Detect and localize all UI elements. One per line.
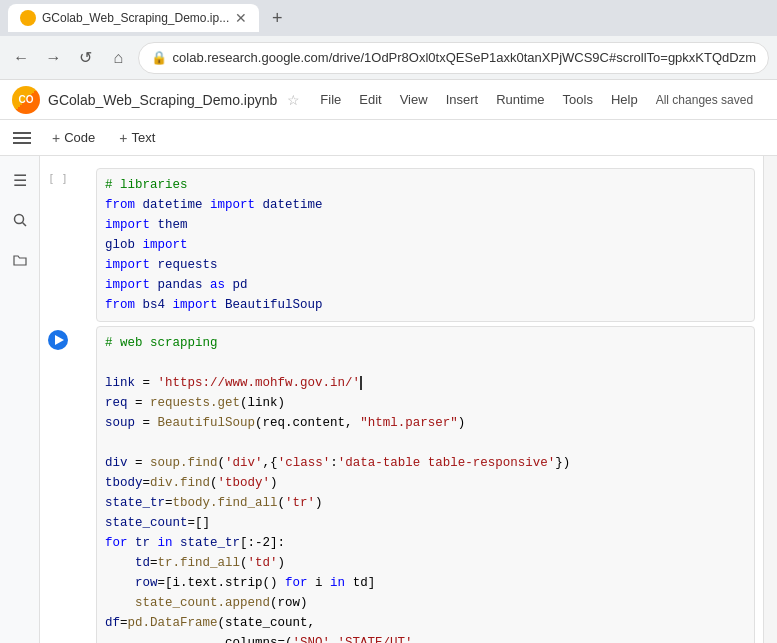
add-text-button[interactable]: + Text (111, 126, 163, 150)
menu-insert[interactable]: Insert (438, 88, 487, 111)
svg-line-1 (22, 223, 26, 227)
reload-button[interactable]: ↺ (73, 42, 99, 74)
colab-logo-text: CO (19, 94, 34, 105)
menu-view[interactable]: View (392, 88, 436, 111)
cell-code-scraping[interactable]: # web scrapping link = 'https://www.mohf… (96, 326, 755, 643)
tab-title: GColab_Web_Scraping_Demo.ip... (42, 11, 229, 25)
menu-tools[interactable]: Tools (555, 88, 601, 111)
cell-bracket-1: [ ] (48, 172, 68, 185)
cell-gutter-1: [ ] (48, 168, 96, 322)
code-btn-label: Code (64, 130, 95, 145)
colab-header: CO GColab_Web_Scraping_Demo.ipynb ☆ File… (0, 80, 777, 120)
lock-icon: 🔒 (151, 50, 167, 65)
right-scrollbar[interactable] (763, 156, 777, 643)
cell-scraping: # web scrapping link = 'https://www.mohf… (40, 326, 763, 643)
sidebar-folder-icon[interactable] (4, 244, 36, 276)
run-button[interactable] (48, 330, 68, 350)
menu-help[interactable]: Help (603, 88, 646, 111)
add-code-button[interactable]: + Code (44, 126, 103, 150)
comment-line-1: # libraries (105, 178, 188, 192)
plus-icon-2: + (119, 130, 127, 146)
new-tab-button[interactable]: + (263, 4, 291, 32)
sidebar-search-icon[interactable] (4, 204, 36, 236)
home-button[interactable]: ⌂ (105, 42, 131, 74)
colab-toolbar: + Code + Text (0, 120, 777, 156)
cell-gutter-2 (48, 326, 96, 643)
back-button[interactable]: ← (8, 42, 34, 74)
saved-status: All changes saved (656, 93, 753, 107)
hamburger-button[interactable] (8, 124, 36, 152)
cell-code-libraries[interactable]: # libraries from datetime import datetim… (96, 168, 755, 322)
browser-tab[interactable]: GColab_Web_Scraping_Demo.ip... ✕ (8, 4, 259, 32)
colab-menu: File Edit View Insert Runtime Tools Help… (312, 88, 753, 111)
cursor (360, 376, 362, 390)
notebook-area: [ ] # libraries from datetime import dat… (40, 156, 763, 643)
comment-scraping: # web scrapping (105, 336, 218, 350)
forward-button[interactable]: → (40, 42, 66, 74)
menu-edit[interactable]: Edit (351, 88, 389, 111)
star-icon[interactable]: ☆ (287, 92, 300, 108)
colab-logo: CO (12, 86, 40, 114)
menu-file[interactable]: File (312, 88, 349, 111)
tab-close-button[interactable]: ✕ (235, 10, 247, 26)
address-bar[interactable]: 🔒 colab.research.google.com/drive/1OdPr8… (138, 42, 769, 74)
browser-nav: ← → ↺ ⌂ 🔒 colab.research.google.com/driv… (0, 36, 777, 80)
sidebar-menu-icon[interactable]: ☰ (4, 164, 36, 196)
text-btn-label: Text (131, 130, 155, 145)
address-text: colab.research.google.com/drive/1OdPr8Ox… (173, 50, 756, 65)
svg-point-0 (14, 215, 23, 224)
browser-titlebar: GColab_Web_Scraping_Demo.ip... ✕ + (0, 0, 777, 36)
left-sidebar: ☰ (0, 156, 40, 643)
menu-runtime[interactable]: Runtime (488, 88, 552, 111)
cell-libraries: [ ] # libraries from datetime import dat… (40, 168, 763, 322)
tab-favicon (20, 10, 36, 26)
main-layout: ☰ [ ] # libraries from datetime import d… (0, 156, 777, 643)
notebook-title: GColab_Web_Scraping_Demo.ipynb (48, 92, 277, 108)
plus-icon: + (52, 130, 60, 146)
